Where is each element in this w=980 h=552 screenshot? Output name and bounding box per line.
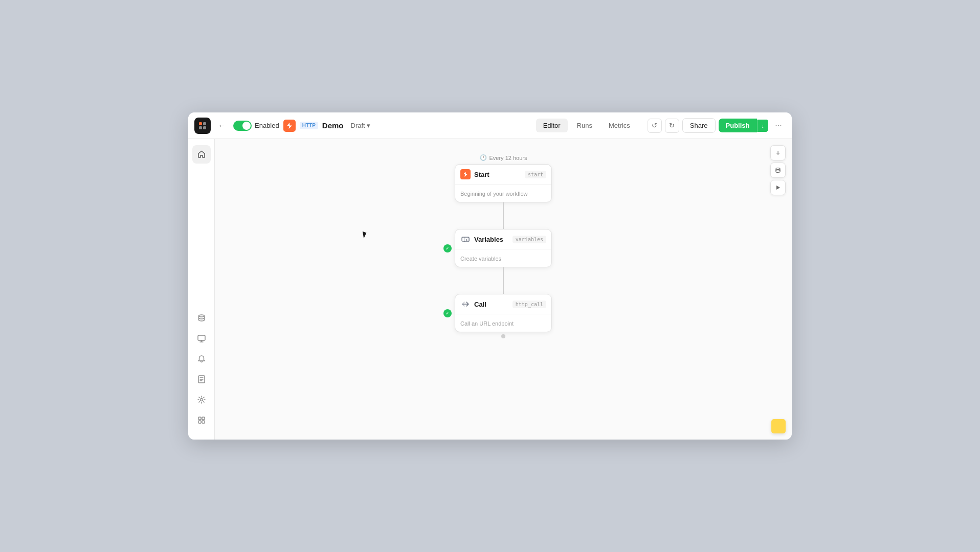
node-call-header: Call http_call xyxy=(455,294,551,314)
canvas[interactable]: + 🕐 Eve xyxy=(215,139,792,440)
tab-runs[interactable]: Runs xyxy=(570,119,599,132)
node-call-badge: http_call xyxy=(513,301,546,308)
canvas-database-button[interactable] xyxy=(770,163,786,178)
node-variables-title: Variables xyxy=(474,236,503,243)
node-call-title: Call xyxy=(474,301,486,308)
call-node-container: ✓ Call xyxy=(455,294,552,332)
sidebar-item-monitor[interactable] xyxy=(192,329,211,348)
sidebar-item-book[interactable] xyxy=(192,370,211,388)
sidebar-top xyxy=(192,145,211,164)
node-start[interactable]: Start start Beginning of your workflow xyxy=(455,164,552,202)
app-window: ← Enabled HTTP Demo Draft ▾ Editor Runs … xyxy=(188,112,792,440)
variables-node-container: ✓ {x} Variables xyxy=(455,229,552,267)
sidebar-item-home[interactable] xyxy=(192,145,211,164)
svg-rect-1 xyxy=(203,122,206,125)
svg-rect-2 xyxy=(199,126,202,129)
variables-check-badge: ✓ xyxy=(443,244,452,252)
end-dot xyxy=(501,334,505,338)
header: ← Enabled HTTP Demo Draft ▾ Editor Runs … xyxy=(188,112,792,139)
node-variables[interactable]: {x} Variables variables Create variables xyxy=(455,229,552,267)
node-start-badge: start xyxy=(525,171,546,178)
svg-rect-10 xyxy=(198,421,201,423)
node-call-description: Call an URL endpoint xyxy=(460,320,514,327)
call-check-badge: ✓ xyxy=(443,309,452,317)
sidebar-item-bell[interactable] xyxy=(192,350,211,368)
svg-point-12 xyxy=(776,168,780,170)
node-start-description: Beginning of your workflow xyxy=(460,191,527,197)
draft-dropdown-button[interactable]: Draft ▾ xyxy=(348,120,373,131)
draft-chevron-icon: ▾ xyxy=(367,122,370,129)
connector-1 xyxy=(503,202,504,229)
start-icon xyxy=(460,169,471,179)
sidebar-item-database[interactable] xyxy=(192,309,211,327)
node-call-body: Call an URL endpoint xyxy=(455,314,551,332)
trigger-type-icon xyxy=(283,120,296,132)
share-button[interactable]: Share xyxy=(682,118,716,133)
svg-rect-8 xyxy=(198,417,201,420)
logo-button[interactable] xyxy=(194,118,211,134)
tab-editor[interactable]: Editor xyxy=(536,119,568,132)
yellow-note[interactable] xyxy=(771,419,786,433)
node-start-body: Beginning of your workflow xyxy=(455,185,551,202)
toggle-container: Enabled xyxy=(233,121,279,131)
sidebar-item-settings[interactable] xyxy=(192,390,211,409)
trigger-schedule-text: Every 12 hours xyxy=(489,155,527,161)
undo-button[interactable]: ↺ xyxy=(648,119,662,133)
sidebar xyxy=(188,139,215,440)
node-start-header: Start start xyxy=(455,165,551,185)
enabled-toggle[interactable] xyxy=(233,121,252,131)
more-options-button[interactable]: ··· xyxy=(771,119,786,133)
add-node-button[interactable]: + xyxy=(770,145,786,160)
header-actions: ↺ ↻ Share Publish ↓ ··· xyxy=(648,118,786,133)
node-call[interactable]: Call http_call Call an URL endpoint xyxy=(455,294,552,332)
call-icon xyxy=(460,299,471,309)
body: + 🕐 Eve xyxy=(188,139,792,440)
workflow-name[interactable]: Demo xyxy=(322,121,344,130)
clock-icon: 🕐 xyxy=(480,154,487,161)
publish-main-button[interactable]: Publish xyxy=(719,119,757,132)
draft-label: Draft xyxy=(351,122,365,129)
canvas-controls: + xyxy=(770,145,786,195)
canvas-play-button[interactable] xyxy=(770,180,786,195)
redo-button[interactable]: ↻ xyxy=(665,119,679,133)
sidebar-item-stack[interactable] xyxy=(192,411,211,429)
svg-rect-5 xyxy=(198,335,205,340)
svg-rect-3 xyxy=(203,126,206,129)
publish-dropdown-button[interactable]: ↓ xyxy=(757,120,769,132)
connector-2 xyxy=(503,267,504,294)
node-variables-description: Create variables xyxy=(460,256,501,262)
variables-icon: {x} xyxy=(460,234,471,244)
svg-text:{x}: {x} xyxy=(463,238,470,242)
svg-rect-0 xyxy=(199,122,202,125)
svg-rect-11 xyxy=(202,421,205,423)
toggle-label: Enabled xyxy=(255,122,279,129)
tab-metrics[interactable]: Metrics xyxy=(602,119,637,132)
node-variables-header: {x} Variables variables xyxy=(455,229,551,249)
nav-tabs: Editor Runs Metrics xyxy=(536,119,637,132)
svg-point-4 xyxy=(198,315,204,317)
workflow-area: 🕐 Every 12 hours Start xyxy=(455,154,552,340)
node-variables-badge: variables xyxy=(513,236,546,243)
publish-button-group: Publish ↓ xyxy=(719,119,768,132)
node-variables-body: Create variables xyxy=(455,249,551,267)
http-badge: HTTP xyxy=(300,122,318,129)
trigger-label: 🕐 Every 12 hours xyxy=(480,154,527,161)
svg-point-7 xyxy=(200,399,203,401)
node-start-title: Start xyxy=(474,171,489,178)
back-button[interactable]: ← xyxy=(215,119,229,133)
sidebar-bottom xyxy=(192,309,211,433)
svg-rect-9 xyxy=(202,417,205,420)
end-connector xyxy=(455,332,552,340)
